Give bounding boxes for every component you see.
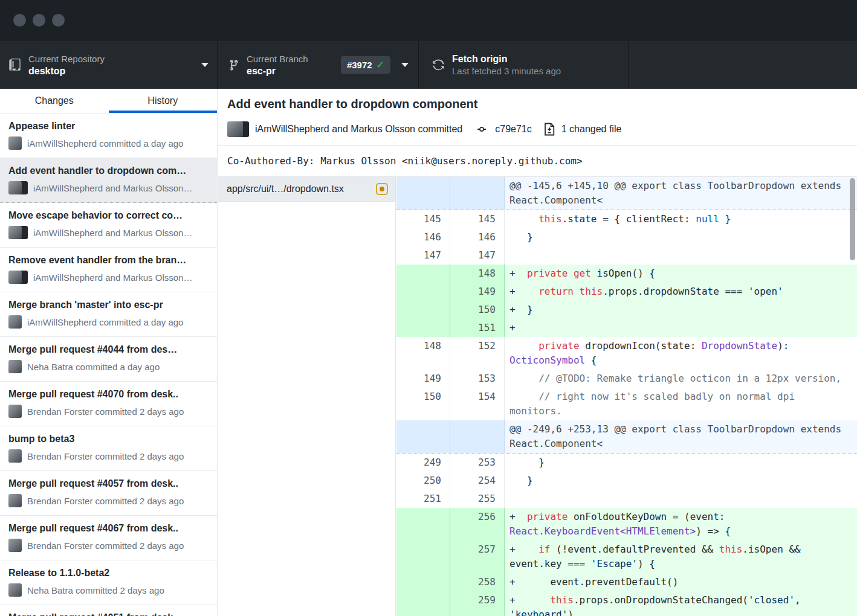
gutter-old-line-number: 250 — [396, 472, 450, 490]
file-row[interactable]: app/src/ui/t…/dropdown.tsx — [218, 177, 395, 202]
history-sidebar: Changes History Appease linter iAmWillSh… — [0, 89, 218, 616]
scrollbar-thumb[interactable] — [850, 178, 855, 260]
gutter-old-line-number — [396, 591, 450, 616]
gutter-new-line-number: 147 — [450, 246, 505, 265]
gutter-new-line-number: 148 — [450, 265, 505, 283]
diff-code: } — [505, 228, 857, 246]
diff-row: 259 + this.props.onDropdownStateChanged(… — [396, 591, 857, 616]
file-path: app/src/ui/t…/dropdown.tsx — [227, 184, 370, 194]
commit-item-byline: iAmWillShepherd committed a day ago — [8, 315, 210, 329]
commit-list-item[interactable]: Merge pull request #4057 from desk.. Bre… — [0, 471, 217, 516]
commit-item-byline-text: Neha Batra committed a day ago — [27, 362, 160, 372]
commit-list-item[interactable]: Merge pull request #4067 from desk.. Bre… — [0, 516, 217, 560]
diff-row: 151 + — [396, 319, 857, 337]
commit-list-item[interactable]: Merge branch 'master' into esc-pr iAmWil… — [0, 292, 217, 337]
window-controls — [13, 14, 65, 27]
current-branch-button[interactable]: Current Branch esc-pr #3972 ✓ — [218, 41, 419, 89]
commit-item-byline: iAmWillShepherd and Markus Olsson… — [8, 181, 210, 194]
commit-sha[interactable]: c79e71c — [495, 124, 532, 135]
commit-list-item[interactable]: Merge pull request #4051 from desk.. — [0, 605, 217, 616]
pr-number: #3972 — [347, 60, 372, 70]
branch-label: Current Branch — [247, 53, 308, 65]
repository-label: Current Repository — [28, 53, 105, 65]
diff-row: 148 + private get isOpen() { — [396, 265, 857, 283]
diff-row: 150 154 // right now it's scaled badly o… — [396, 388, 857, 420]
diff-row: 145 145 this.state = { clientRect: null … — [396, 210, 857, 228]
diff-row: 149 153 // @TODO: Remake triangle octico… — [396, 370, 857, 388]
commit-byline: iAmWillShepherd and Markus Olsson commit… — [255, 124, 462, 135]
sync-icon — [432, 59, 445, 71]
fetch-origin-button[interactable]: Fetch origin Last fetched 3 minutes ago — [419, 41, 629, 89]
gutter-old-line-number: 147 — [396, 246, 450, 265]
commit-item-byline: Brendan Forster committed 2 days ago — [8, 405, 210, 418]
diff-row: 146 146 } — [396, 228, 857, 246]
diff-row: @@ -145,6 +145,10 @@ export class Toolba… — [396, 177, 857, 210]
close-button[interactable] — [13, 14, 26, 27]
gutter-new-line-number: 254 — [450, 472, 505, 490]
commit-summary: Add event handler to dropdown component … — [218, 89, 857, 176]
gutter-new-line-number: 253 — [450, 454, 505, 472]
diff-code: } — [505, 472, 857, 490]
git-branch-icon — [227, 59, 239, 72]
gutter-new-line-number: 146 — [450, 228, 505, 246]
fetch-title: Fetch origin — [452, 53, 561, 65]
diff-row: 256 + private onFoldoutKeyDown = (event:… — [396, 508, 857, 541]
commit-list-item[interactable]: Remove event handler from the bran… iAmW… — [0, 248, 217, 292]
tab-history[interactable]: History — [109, 89, 218, 113]
gutter-new-line-number — [450, 177, 505, 210]
commit-list-item[interactable]: Add event handler to dropdown com… iAmWi… — [0, 158, 217, 203]
current-repository-button[interactable]: Current Repository desktop — [0, 41, 218, 89]
minimize-button[interactable] — [33, 14, 45, 27]
commit-list-item[interactable]: Release to 1.1.0-beta2 Neha Batra commit… — [0, 560, 217, 605]
commit-item-byline: Neha Batra committed 2 days ago — [8, 583, 210, 597]
commit-item-byline: iAmWillShepherd committed a day ago — [8, 136, 210, 150]
avatar — [8, 405, 22, 418]
repo-icon — [8, 59, 21, 71]
commit-list-item[interactable]: bump to beta3 Brendan Forster committed … — [0, 426, 217, 471]
gutter-old-line-number: 149 — [396, 370, 450, 388]
commit-list-item[interactable]: Move escape behavior to correct co… iAmW… — [0, 203, 217, 248]
commit-item-title: Merge pull request #4051 from desk.. — [8, 611, 210, 616]
commit-item-byline-text: iAmWillShepherd and Markus Olsson… — [33, 228, 192, 238]
commit-list-item[interactable]: Appease linter iAmWillShepherd committed… — [0, 114, 217, 158]
gutter-new-line-number: 150 — [450, 301, 505, 319]
diff-code: + private get isOpen() { — [505, 265, 857, 283]
commit-item-byline: iAmWillShepherd and Markus Olsson… — [8, 226, 210, 239]
changed-files-count: 1 changed file — [561, 124, 622, 135]
repository-name: desktop — [28, 65, 105, 77]
diff-row: 249 253 } — [396, 454, 857, 472]
diff-row: 251 255 — [396, 490, 857, 508]
diff-code: // @TODO: Remake triangle octicon in a 1… — [505, 370, 857, 388]
avatar — [8, 271, 28, 284]
commit-item-title: Release to 1.1.0-beta2 — [8, 566, 210, 580]
gutter-new-line-number — [450, 420, 505, 453]
gutter-new-line-number: 152 — [450, 337, 505, 370]
commit-meta: iAmWillShepherd and Markus Olsson commit… — [218, 111, 857, 139]
diff-row: 257 + if (!event.defaultPrevented && thi… — [396, 541, 857, 573]
maximize-button[interactable] — [52, 14, 65, 27]
commit-item-title: Merge pull request #4044 from des… — [8, 343, 210, 356]
avatar — [8, 449, 22, 463]
pr-status-badge[interactable]: #3972 ✓ — [341, 56, 390, 74]
commit-title: Add event handler to dropdown component — [218, 89, 857, 111]
gutter-new-line-number: 154 — [450, 388, 505, 420]
commit-list-item[interactable]: Merge pull request #4070 from desk.. Bre… — [0, 382, 217, 426]
gutter-new-line-number: 153 — [450, 370, 505, 388]
commit-item-title: Merge pull request #4067 from desk.. — [8, 522, 210, 535]
chevron-down-icon — [201, 63, 209, 67]
tab-changes[interactable]: Changes — [0, 89, 109, 113]
commit-list: Appease linter iAmWillShepherd committed… — [0, 114, 217, 616]
diff-view: @@ -145,6 +145,10 @@ export class Toolba… — [396, 176, 857, 616]
commit-list-item[interactable]: Merge pull request #4044 from des… Neha … — [0, 337, 217, 382]
diff-row: 147 147 — [396, 246, 857, 265]
avatar — [8, 539, 22, 552]
gutter-old-line-number: 251 — [396, 490, 450, 508]
commit-item-byline-text: iAmWillShepherd committed a day ago — [27, 317, 183, 327]
diff-code: private dropdownIcon(state: DropdownStat… — [505, 337, 857, 370]
commit-item-byline-text: Brendan Forster committed 2 days ago — [27, 541, 184, 551]
diff-row: 148 152 private dropdownIcon(state: Drop… — [396, 337, 857, 370]
commit-item-byline-text: Brendan Forster committed 2 days ago — [27, 406, 184, 417]
commit-item-byline-text: Brendan Forster committed 2 days ago — [27, 496, 184, 506]
gutter-old-line-number: 150 — [396, 388, 450, 420]
gutter-old-line-number — [396, 573, 450, 591]
